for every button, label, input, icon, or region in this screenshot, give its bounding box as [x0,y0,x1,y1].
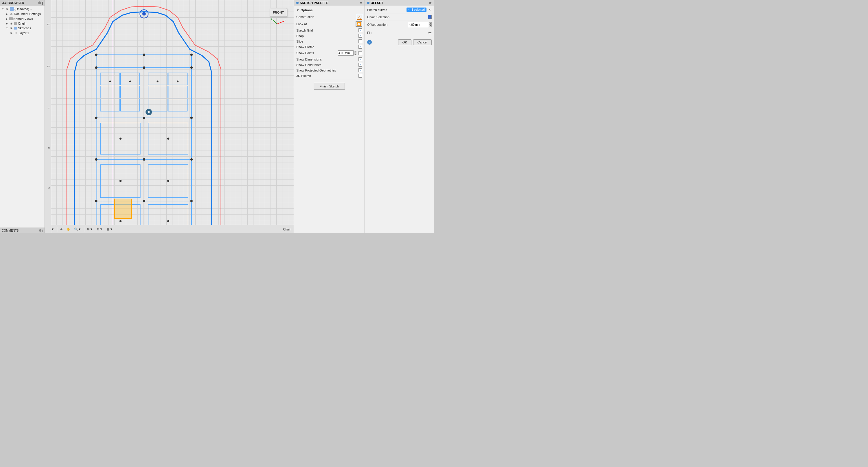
sketch-curves-row: Sketch curves ↖ 1 selected ✕ [365,6,434,13]
flip-icon[interactable]: ⇌ [428,30,432,35]
sketch-palette-title: SKETCH PALETTE [300,1,328,5]
cancel-button[interactable]: Cancel [413,39,432,45]
options-section-header[interactable]: ▼ Options [296,7,362,13]
finish-sketch-button[interactable]: Finish Sketch [314,83,345,90]
show-profile-row: Show Profile [296,44,362,50]
toolbar-pan-btn[interactable]: ✋ [65,227,71,231]
selected-close-btn[interactable]: ✕ [428,8,432,12]
3d-sketch-row: 3D Sketch [296,73,362,79]
orbit-button[interactable]: ◀▶ [146,109,152,115]
folder-icon-origin [14,22,18,25]
comments-pin-icon[interactable]: | [42,229,43,232]
info-button[interactable]: i [367,40,372,45]
show-profile-checkbox[interactable] [359,45,362,49]
eye-sketches[interactable]: ◉ [9,27,13,30]
show-points-input-area: ▲ ▼ [338,50,362,56]
look-at-icon[interactable]: 🎦 [355,22,362,27]
snap-row: Snap [296,33,362,38]
spinbox-down[interactable]: ▼ [354,53,357,55]
offset-position-label: Offset position [367,23,388,26]
tree-item-origin[interactable]: ▶ ◉ Origin [4,21,44,26]
ruler-mark-125: 125 [47,24,50,26]
show-dimensions-label: Show Dimensions [296,58,322,61]
grid-arrow: ▼ [100,228,103,231]
view-cube-front[interactable]: FRONT [270,8,287,17]
right-panels: SKETCH PALETTE ≫ ▼ Options Construction … [294,0,434,233]
offset-spinbox-up[interactable]: ▲ [429,22,432,25]
toolbar-grid-btn[interactable]: ⊟ ▼ [96,227,104,231]
tree-arrow-origin[interactable]: ▶ [5,22,9,25]
toolbar-view-btn[interactable]: ▦ ▼ [105,227,114,231]
toolbar-display-btn[interactable]: ⊞ ▼ [86,227,94,231]
tree-arrow-sketches[interactable]: ▼ [5,27,9,30]
svg-rect-10 [100,99,120,111]
offset-panel-header: OFFSET ≫ [365,0,434,6]
sketch-palette-expand[interactable]: ≫ [360,1,362,4]
eye-layer1[interactable]: ◉ [9,32,13,34]
svg-point-29 [95,66,97,68]
spinbox-up[interactable]: ▲ [354,51,357,53]
label-unsaved: (Unsaved) [14,7,29,11]
sketch-palette-header-left: SKETCH PALETTE [296,1,328,5]
chain-selection-checkbox[interactable] [428,15,432,19]
view-arrow: ▼ [110,228,113,231]
snap-label: Snap [296,34,304,38]
ruler-mark-25: 25 [48,187,50,189]
show-constraints-checkbox[interactable] [359,63,362,66]
construction-icon[interactable]: ◁ [357,14,362,20]
info-icon: i [369,41,370,44]
sidebar-dot-icon[interactable] [38,1,41,4]
show-dimensions-checkbox[interactable] [359,57,362,61]
ruler-mark-50: 50 [48,147,50,149]
sidebar-pin-icon[interactable]: | [42,1,43,5]
show-projected-row: Show Projected Geometries [296,67,362,73]
offset-position-input[interactable] [408,22,428,27]
3d-sketch-checkbox[interactable] [359,74,362,78]
eye-origin[interactable]: ◉ [9,22,13,25]
display-icon: ⊞ [87,228,89,231]
snap-checkbox[interactable] [359,34,362,38]
comments-label: COMMENTS [2,229,19,232]
svg-rect-12 [120,86,140,98]
label-origin: Origin [18,22,26,25]
look-at-control[interactable]: 🎦 [355,22,362,27]
svg-point-39 [143,200,145,202]
options-label: Options [301,8,313,12]
svg-rect-17 [168,73,187,85]
selected-badge: ↖ 1 selected [406,7,427,12]
tree-arrow-doc[interactable]: ▶ [5,13,9,16]
tree-item-layer1[interactable]: ◉ ⬡ Layer 1 [8,30,44,36]
sketch-palette-header: SKETCH PALETTE ≫ [294,0,365,6]
svg-point-33 [143,117,145,119]
toolbar-zoom-btn[interactable]: 🔍 ▼ [73,227,82,231]
sidebar-back-icon[interactable]: ◀◀ [2,1,6,5]
svg-point-50 [110,81,111,82]
construction-control[interactable]: ◁ [357,14,362,20]
ok-button[interactable]: OK [398,39,411,45]
offset-spinbox-down[interactable]: ▼ [429,25,432,27]
sketch-grid-label: Sketch Grid [296,29,313,32]
tree-item-doc-settings[interactable]: ▶ ⚙ Document Settings [4,11,44,17]
slice-checkbox[interactable] [359,39,362,43]
eye-unsaved[interactable]: ◉ [5,7,9,10]
tree-item-unsaved[interactable]: ▼ ◉ (Unsaved) ● [0,7,44,11]
svg-point-28 [143,54,145,56]
show-constraints-label: Show Constraints [296,63,321,66]
show-points-checkbox[interactable] [359,51,362,55]
chain-selection-row: Chain Selection [365,13,434,21]
sketch-grid-checkbox[interactable] [359,28,362,32]
tree-arrow-views[interactable]: ▶ [5,18,9,20]
offset-panel-expand[interactable]: ≫ [429,1,432,4]
show-projected-checkbox[interactable] [359,68,362,72]
chain-selection-label: Chain Selection [367,16,390,19]
sketch-icon-layer1: ⬡ [14,31,18,35]
comments-dot-icon[interactable] [39,229,41,232]
tree-item-sketches[interactable]: ▼ ◉ Sketches [4,26,44,30]
toolbar-move-btn[interactable]: ⊕ [59,227,64,231]
svg-point-46 [120,180,122,182]
move-icon: ⊕ [60,228,62,231]
svg-text:Z: Z [271,18,273,20]
tree-arrow-unsaved[interactable]: ▼ [1,8,5,10]
tree-item-named-views[interactable]: ▶ Named Views [4,17,44,21]
show-points-input[interactable] [338,50,353,56]
